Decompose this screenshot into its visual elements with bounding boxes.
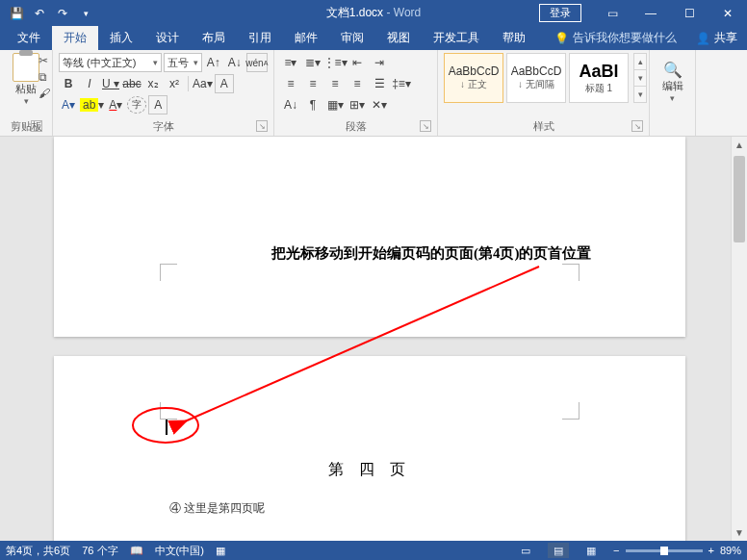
page-3[interactable] — [54, 137, 685, 337]
asian-layout-button[interactable]: ✕▾ — [369, 95, 390, 115]
show-marks-button[interactable]: ¶ — [302, 95, 323, 115]
style-heading1[interactable]: AaBl 标题 1 — [569, 53, 629, 103]
scroll-down-icon[interactable]: ▼ — [732, 524, 747, 541]
print-layout-icon[interactable]: ▤ — [548, 543, 569, 558]
document-workspace[interactable]: 第 四 页 ④ 这里是第四页呢 把光标移动到开始编页码的页面(第4页)的页首位置 — [0, 137, 747, 541]
borders-button[interactable]: ⊞▾ — [347, 95, 368, 115]
tab-help[interactable]: 帮助 — [491, 26, 537, 50]
subscript-button[interactable]: x₂ — [143, 74, 163, 93]
zoom-level[interactable]: 89% — [720, 545, 741, 556]
scroll-up-icon[interactable]: ▲ — [732, 137, 747, 153]
cut-icon[interactable]: ✂ — [39, 54, 50, 67]
copy-icon[interactable]: ⧉ — [39, 70, 50, 84]
justify-button[interactable]: ≡ — [347, 74, 368, 93]
zoom-in-button[interactable]: + — [708, 545, 714, 556]
style-normal[interactable]: AaBbCcD ↓ 正文 — [444, 53, 503, 103]
bold-button[interactable]: B — [59, 74, 78, 93]
align-left-button[interactable]: ≡ — [280, 74, 301, 93]
sort-button[interactable]: A↓ — [280, 95, 301, 115]
tab-view[interactable]: 视图 — [375, 26, 422, 50]
macro-status-icon[interactable]: ▦ — [216, 545, 225, 557]
zoom-slider[interactable] — [626, 549, 703, 552]
styles-launcher-icon[interactable]: ↘ — [631, 120, 643, 132]
page-4[interactable]: 第 四 页 ④ 这里是第四页呢 — [54, 356, 685, 541]
increase-indent-button[interactable]: ⇥ — [369, 53, 390, 72]
char-border-button[interactable]: A — [215, 74, 234, 93]
word-count[interactable]: 76 个字 — [82, 544, 117, 558]
vertical-scrollbar[interactable]: ▲ ▼ — [731, 137, 747, 541]
annotation-text: 把光标移动到开始编页码的页面(第4页)的页首位置 — [271, 244, 592, 263]
align-right-button[interactable]: ≡ — [324, 74, 346, 93]
close-icon[interactable]: ✕ — [708, 0, 747, 26]
char-shading-button[interactable]: A — [148, 95, 167, 115]
style-name: 标题 1 — [585, 82, 612, 95]
text-effects-button[interactable]: A▾ — [59, 95, 78, 115]
format-painter-icon[interactable]: 🖌 — [39, 87, 50, 100]
align-center-button[interactable]: ≡ — [302, 74, 323, 93]
app-name: Word — [394, 6, 421, 19]
tab-developer[interactable]: 开发工具 — [422, 26, 491, 50]
spellcheck-icon[interactable]: 📖 — [130, 545, 143, 557]
save-icon[interactable]: 💾 — [6, 3, 27, 24]
grow-font-icon[interactable]: A↑ — [204, 53, 223, 72]
numbering-button[interactable]: ≣▾ — [302, 53, 323, 72]
font-color-button[interactable]: A▾ — [106, 95, 125, 115]
paste-icon — [13, 53, 39, 82]
font-size-combo[interactable]: 五号▾ — [164, 53, 202, 72]
minimize-icon[interactable]: — — [631, 0, 670, 26]
tab-home[interactable]: 开始 — [52, 26, 98, 50]
tell-me-box[interactable]: 💡 告诉我你想要做什么 — [545, 26, 686, 50]
font-size-value: 五号 — [167, 56, 189, 70]
tab-insert[interactable]: 插入 — [98, 26, 144, 50]
page-body-text: ④ 这里是第四页呢 — [169, 500, 265, 517]
read-mode-icon[interactable]: ▭ — [515, 543, 536, 558]
text-cursor — [166, 420, 167, 435]
undo-icon[interactable]: ↶ — [29, 3, 50, 24]
scroll-thumb[interactable] — [734, 156, 745, 242]
multilevel-list-button[interactable]: ⋮≡▾ — [324, 53, 346, 72]
language-status[interactable]: 中文(中国) — [155, 544, 204, 558]
clipboard-launcher-icon[interactable]: ↘ — [31, 120, 42, 132]
enclose-char-button[interactable]: 字 — [127, 96, 146, 114]
find-button[interactable]: 🔍 编辑 ▾ — [662, 53, 683, 103]
line-spacing-button[interactable]: ‡≡▾ — [391, 74, 412, 93]
status-bar: 第4页，共6页 76 个字 📖 中文(中国) ▦ ▭ ▤ ▦ − + 89% — [0, 541, 747, 560]
styles-gallery[interactable]: AaBbCcD ↓ 正文 AaBbCcD ↓ 无间隔 AaBl 标题 1 — [444, 53, 643, 109]
superscript-button[interactable]: x² — [165, 74, 184, 93]
font-family-combo[interactable]: 等线 (中文正文)▾ — [59, 53, 162, 72]
zoom-out-button[interactable]: − — [613, 545, 619, 556]
ribbon-options-icon[interactable]: ▭ — [593, 0, 631, 26]
tab-design[interactable]: 设计 — [144, 26, 191, 50]
highlight-button[interactable]: ab▾ — [80, 95, 104, 115]
group-editing: 🔍 编辑 ▾ — [650, 50, 696, 136]
bullets-button[interactable]: ≡▾ — [280, 53, 301, 72]
ribbon: 粘贴 ▾ ✂ ⧉ 🖌 剪贴板↘ 等线 (中文正文)▾ 五号▾ A↑ A↓ wén… — [0, 50, 747, 137]
decrease-indent-button[interactable]: ⇤ — [347, 53, 368, 72]
qat-customize-icon[interactable]: ▾ — [75, 3, 96, 24]
paragraph-launcher-icon[interactable]: ↘ — [420, 120, 431, 132]
styles-more-button[interactable]: ▴▾▾ — [633, 53, 647, 103]
tab-mailings[interactable]: 邮件 — [283, 26, 329, 50]
maximize-icon[interactable]: ☐ — [670, 0, 708, 26]
phonetic-guide-button[interactable]: wénA — [246, 53, 268, 72]
share-button[interactable]: 👤 共享 — [686, 26, 747, 50]
tab-references[interactable]: 引用 — [237, 26, 283, 50]
font-launcher-icon[interactable]: ↘ — [256, 120, 268, 132]
paste-button[interactable]: 粘贴 ▾ — [10, 53, 42, 106]
style-no-spacing[interactable]: AaBbCcD ↓ 无间隔 — [506, 53, 566, 103]
underline-button[interactable]: U ▾ — [101, 74, 120, 93]
login-button[interactable]: 登录 — [539, 4, 581, 22]
web-layout-icon[interactable]: ▦ — [580, 543, 602, 558]
tab-file[interactable]: 文件 — [6, 26, 52, 50]
page-count[interactable]: 第4页，共6页 — [6, 544, 70, 558]
italic-button[interactable]: I — [80, 74, 99, 93]
shading-button[interactable]: ▦▾ — [324, 95, 346, 115]
strikethrough-button[interactable]: abc — [122, 74, 142, 93]
shrink-font-icon[interactable]: A↓ — [225, 53, 245, 72]
distributed-button[interactable]: ☰ — [369, 74, 390, 93]
zoom-knob[interactable] — [660, 547, 668, 555]
redo-icon[interactable]: ↷ — [52, 3, 73, 24]
tab-review[interactable]: 审阅 — [329, 26, 375, 50]
tab-layout[interactable]: 布局 — [191, 26, 237, 50]
change-case-button[interactable]: Aa▾ — [193, 74, 213, 93]
